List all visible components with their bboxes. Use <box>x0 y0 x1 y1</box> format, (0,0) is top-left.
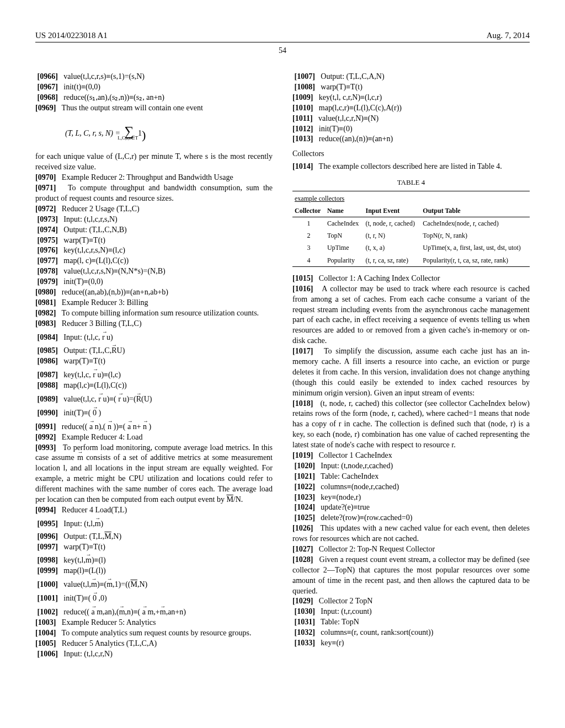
page: US 2014/0223018 A1 Aug. 7, 2014 54 [0966… <box>0 0 565 728</box>
para-0997: [0997] warp(T)≡T(t) <box>35 542 273 553</box>
para-1019: [1019] Collector 1 CacheIndex <box>292 451 530 461</box>
para-0986: [0986] warp(T)≡T(t) <box>35 356 273 367</box>
para-0988: [0988] map(l,c)≡(L(l),C(c)) <box>35 381 273 391</box>
para-0968: [0968] reduce((s₁,an),(s₂,n))≡(s₂, an+n) <box>35 93 273 103</box>
para-0976: [0976] key(t,l,c,r,s,N)≡(l,c) <box>35 245 273 256</box>
para-0999: [0999] map(l)≡(L(l)) <box>35 566 273 576</box>
para-1011: [1011] value(t,l,c,r,N)≡(N) <box>292 114 530 124</box>
para-0998: [0998] key(t,l,m)≡(l) <box>35 555 273 566</box>
para-1013: [1013] reduce((an),(n))≡(an+n) <box>292 134 530 144</box>
para-0979: [0979] init(T)≡(0,0) <box>35 277 273 287</box>
para-1024: [1024] update?(e)≡true <box>292 502 530 513</box>
table-row: 2 TopN (t, r, N) TopN(r, N, rank) <box>292 229 530 242</box>
para-1026: [1026] This updates with a new cached va… <box>292 523 530 544</box>
para-1018: [1018] (t, node, r, cached) this collect… <box>292 399 530 451</box>
para-0989: [0989] value(t,l,c, r u)≡( r u)=(R(U) <box>35 394 273 405</box>
para-0982: [0982] To compute billing information su… <box>35 308 273 319</box>
para-0995: [0995] Input: (t,l,m) <box>35 519 273 529</box>
para-1030: [1030] Input: (t,r,count) <box>292 607 530 617</box>
para-1006: [1006] Input: (t,l,c,r,N) <box>35 649 273 660</box>
para-0996: [0996] Output: (T,L,M,N) <box>35 532 273 542</box>
para-1009: [1009] key(t,l, c,r,N)≡(l,c,r) <box>292 93 530 103</box>
para-1027: [1027] Collector 2: Top-N Request Collec… <box>292 544 530 555</box>
para-1014: [1014] The example collectors described … <box>292 162 530 172</box>
para-1005: [1005] Reducer 5 Analytics (T,L,C,A) <box>35 639 273 649</box>
para-1032: [1032] columns≡(r, count, rank:sort(coun… <box>292 628 530 638</box>
para-1023: [1023] key≡(node,r) <box>292 493 530 503</box>
table4: example collectors Collector Name Input … <box>292 191 530 268</box>
para-0967: [0967] init(t)≡(0,0) <box>35 82 273 93</box>
para-0992: [0992] Example Reducer 4: Load <box>35 432 273 443</box>
section-collectors: Collectors <box>292 149 530 159</box>
para-1008: [1008] warp(T)≡T(t) <box>292 82 530 93</box>
para-0983: [0983] Reducer 3 Billing (T,L,C) <box>35 319 273 329</box>
para-1020: [1020] Input: (t,node,r,cached) <box>292 461 530 472</box>
para-0991: [0991] reduce(( a n),( n ))≡( a n+ n ) <box>35 422 273 432</box>
para-for-each: for each unique value of (L,C,r) per min… <box>35 152 273 173</box>
para-0984: [0984] Input: (t,l,c, r u) <box>35 333 273 343</box>
table-row: 1 CacheIndex (t, node, r, cached) CacheI… <box>292 217 530 230</box>
para-1022: [1022] columns≡(node,r,cached) <box>292 482 530 493</box>
para-0990: [0990] init(T)≡( 0 ) <box>35 408 273 419</box>
para-1025: [1025] delete?(row)≡(row.cached=0) <box>292 513 530 523</box>
para-0966: [0966] value(t,l,c,r,s)≡(s,1)=(s,N) <box>35 72 273 82</box>
para-1033: [1033] key≡(r) <box>292 638 530 649</box>
table-row: 4 Popularity (t, r, ca, sz, rate) Popula… <box>292 254 530 267</box>
equation-sum: (T, L, C, r, s, N) = ∑ L,C,r,t∈T 1) <box>65 122 273 143</box>
table4-h4: Output Table <box>420 205 530 217</box>
para-0980: [0980] reduce((an,ab),(n,b))≡(an+n,ab+b) <box>35 287 273 298</box>
para-1001: [1001] init(T)≡( 0 ,0) <box>35 593 273 604</box>
para-0981: [0981] Example Reducer 3: Billing <box>35 298 273 308</box>
columns: [0966] value(t,l,c,r,s)≡(s,1)=(s,N) [096… <box>35 72 530 659</box>
page-number: 54 <box>35 46 530 56</box>
para-0975: [0975] warp(T)≡T(t) <box>35 235 273 246</box>
para-0974: [0974] Output: (T,L,C,N,B) <box>35 225 273 235</box>
para-1016: [1016] A collector may be used to track … <box>292 284 530 346</box>
para-0973: [0973] Input: (t,l,c,r,s,N) <box>35 215 273 225</box>
right-column: [1007] Output: (T,L,C,A,N) [1008] warp(T… <box>292 72 530 659</box>
table4-caption: TABLE 4 <box>292 178 530 188</box>
para-1010: [1010] map(l,c,r)≡(L(l),C(c),A(r)) <box>292 103 530 114</box>
para-0969: [0969] Thus the output stream will conta… <box>35 103 273 114</box>
table4-h1: Collector <box>292 205 325 217</box>
para-0978: [0978] value(t,l,c,r,s,N)≡(N,N*s)=(N,B) <box>35 266 273 277</box>
para-1012: [1012] init(T)≡(0) <box>292 124 530 135</box>
table4-h3: Input Event <box>363 205 420 217</box>
para-0987: [0987] key(t,l,c, r u)≡(l,c) <box>35 370 273 381</box>
table-row: 3 UpTime (t, x, a) UpTime(x, a, first, l… <box>292 242 530 254</box>
para-1000: [1000] value(t,l,m)≡(m,1)=((M,N) <box>35 580 273 590</box>
left-column: [0966] value(t,l,c,r,s)≡(s,1)=(s,N) [096… <box>35 72 273 659</box>
publication-date: Aug. 7, 2014 <box>487 30 530 41</box>
para-1007: [1007] Output: (T,L,C,A,N) <box>292 72 530 82</box>
para-1028: [1028] Given a request count event strea… <box>292 555 530 597</box>
table4-h2: Name <box>325 205 364 217</box>
para-1029: [1029] Collector 2 TopN <box>292 596 530 607</box>
para-1021: [1021] Table: CacheIndex <box>292 472 530 482</box>
publication-number: US 2014/0223018 A1 <box>35 30 108 41</box>
para-0977: [0977] map(l, c)≡(L(l),C(c)) <box>35 256 273 266</box>
para-1003: [1003] Example Reducer 5: Analytics <box>35 618 273 628</box>
para-0970: [0970] Example Reducer 2: Throughput and… <box>35 173 273 183</box>
para-0985: [0985] Output: (T,L,C,RU) <box>35 346 273 356</box>
para-0994: [0994] Reducer 4 Load(T,L) <box>35 505 273 516</box>
page-header: US 2014/0223018 A1 Aug. 7, 2014 <box>35 30 530 42</box>
para-1017: [1017] To simplify the discussion, assum… <box>292 346 530 398</box>
para-1004: [1004] To compute analytics sum request … <box>35 628 273 639</box>
para-0971: [0971] To compute throughput and bandwid… <box>35 183 273 204</box>
para-0972: [0972] Reducer 2 Usage (T,L,C) <box>35 204 273 215</box>
para-1015: [1015] Collector 1: A Caching Index Coll… <box>292 274 530 284</box>
para-1002: [1002] reduce(( a m,an),(m,n)≡( a m,+m,a… <box>35 607 273 618</box>
para-1031: [1031] Table: TopN <box>292 617 530 628</box>
para-0993: [0993] To perform load monitoring, compu… <box>35 443 273 505</box>
